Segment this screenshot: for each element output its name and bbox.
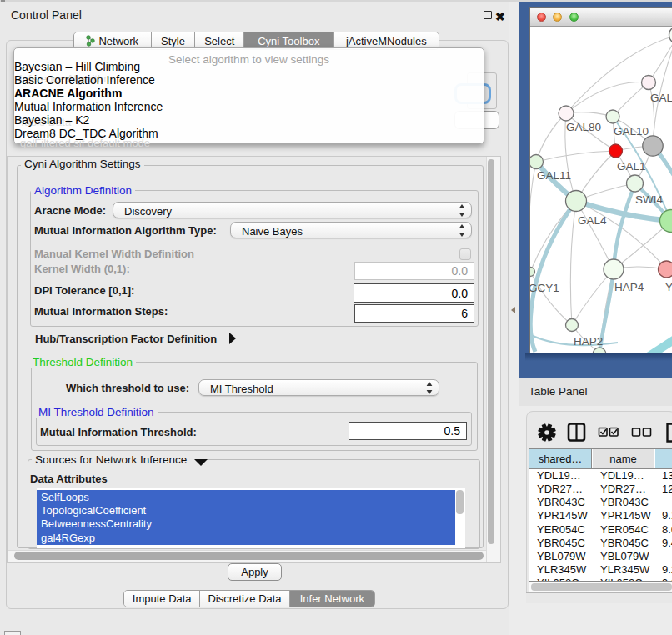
svg-text:GAL10: GAL10 — [614, 125, 649, 138]
svg-text:GAL1: GAL1 — [617, 160, 646, 172]
svg-text:GAL80: GAL80 — [566, 121, 601, 133]
svg-text:GAL4: GAL4 — [578, 214, 607, 227]
svg-text:GAL11: GAL11 — [537, 169, 571, 182]
svg-text:Y: Y — [665, 281, 672, 293]
svg-text:HAP2: HAP2 — [574, 335, 603, 348]
svg-text:SWI4: SWI4 — [635, 193, 663, 206]
svg-text:HAP4: HAP4 — [614, 281, 644, 293]
svg-text:GCY1: GCY1 — [530, 282, 559, 294]
svg-text:GAL2: GAL2 — [650, 92, 672, 104]
